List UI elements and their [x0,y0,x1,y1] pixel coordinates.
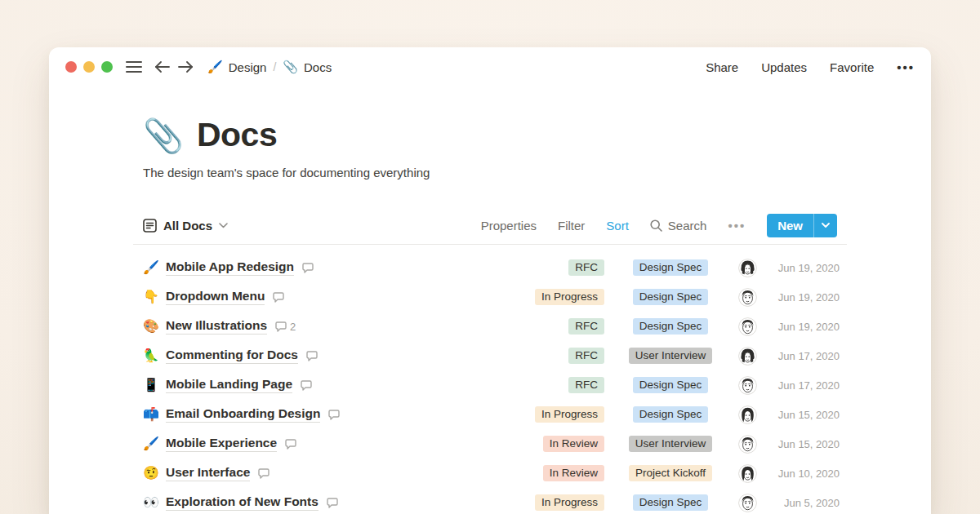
search-button[interactable]: Search [650,219,707,233]
doc-type-badge[interactable]: Design Spec [633,259,709,276]
row-date: Jun 19, 2020 [768,321,840,333]
doc-title-link[interactable]: Mobile App Redesign [166,259,294,276]
avatar[interactable] [738,435,757,454]
comment-count[interactable]: 2 [275,321,296,333]
comment-count[interactable] [273,292,287,303]
minimize-window-button[interactable] [83,61,95,73]
avatar[interactable] [738,376,757,395]
updates-button[interactable]: Updates [761,60,807,74]
toolbar-actions: Properties Filter Sort Search ••• New [481,214,837,237]
arrow-left-icon [155,61,170,73]
comment-count[interactable] [327,498,341,508]
close-window-button[interactable] [65,61,77,73]
sort-button[interactable]: Sort [606,219,629,233]
avatar[interactable] [738,464,757,483]
zoom-window-button[interactable] [101,61,113,73]
table-row[interactable]: 👇 Dropdown Menu In Progress Design Spec … [133,282,847,312]
table-row[interactable]: 📱 Mobile Landing Page RFC Design Spec Ju… [133,370,847,400]
table-row[interactable]: 🖌️ Mobile Experience In Review User Inte… [133,429,847,459]
doc-emoji-icon: 🤨 [143,467,166,480]
table-row[interactable]: 🎨 New Illustrations 2 RFC Design Spec Ju… [133,312,847,341]
properties-button[interactable]: Properties [481,219,537,233]
breadcrumb-label: Docs [304,60,332,74]
doc-title-link[interactable]: New Illustrations [166,318,267,335]
filter-button[interactable]: Filter [558,219,585,233]
view-switcher-all-docs[interactable]: All Docs [143,219,228,233]
row-date: Jun 10, 2020 [768,467,840,480]
avatar[interactable] [738,288,757,307]
table-row[interactable]: 📫 Email Onboarding Design In Progress De… [133,400,847,429]
avatar[interactable] [738,259,757,277]
comment-count[interactable] [328,410,343,420]
window-more-button[interactable]: ••• [897,60,915,74]
doc-title-link[interactable]: Mobile Experience [166,436,277,452]
status-badge[interactable]: In Progress [535,406,604,423]
new-button-dropdown[interactable] [813,214,837,237]
row-date: Jun 19, 2020 [768,262,840,274]
doc-emoji-icon: 📫 [143,408,166,421]
comment-bubble-icon [302,263,314,273]
toolbar-more-button[interactable]: ••• [728,219,746,233]
comment-count[interactable] [302,263,317,273]
doc-type-badge[interactable]: User Interview [629,436,712,452]
avatar[interactable] [738,494,757,512]
table-row[interactable]: 🖌️ Mobile App Redesign RFC Design Spec J… [133,253,847,282]
table-row[interactable]: 🦜 Commenting for Docs RFC User Interview… [133,341,847,370]
forward-button[interactable] [178,61,193,73]
doc-emoji-icon: 📱 [143,379,166,392]
doc-title-link[interactable]: User Interface [166,465,250,481]
comment-count[interactable] [301,380,315,391]
new-button[interactable]: New [767,214,837,237]
titlebar: 🖌️ Design / 📎 Docs Share Updates Favorit… [49,47,931,86]
status-badge[interactable]: RFC [568,318,604,335]
new-button-label[interactable]: New [767,214,813,237]
comment-bubble-icon [273,292,284,303]
doc-type-badge[interactable]: Design Spec [633,318,709,335]
doc-type-badge[interactable]: Project Kickoff [629,465,712,481]
breadcrumb-item-design[interactable]: 🖌️ Design [207,60,266,74]
status-badge[interactable]: RFC [568,259,604,276]
doc-type-badge[interactable]: Design Spec [633,494,709,511]
status-badge[interactable]: In Review [543,436,604,452]
page-icon-paperclip[interactable]: 📎 [143,119,184,152]
doc-type-badge[interactable]: User Interview [629,348,712,364]
doc-type-badge[interactable]: Design Spec [633,406,709,423]
doc-emoji-icon: 🎨 [143,320,166,333]
status-badge[interactable]: RFC [568,377,604,393]
row-date: Jun 19, 2020 [768,291,840,304]
status-badge[interactable]: RFC [568,348,604,364]
status-badge[interactable]: In Progress [535,494,604,511]
comment-bubble-icon [328,410,340,420]
avatar[interactable] [738,317,757,336]
doc-title-link[interactable]: Commenting for Docs [166,348,298,364]
comment-bubble-icon [258,468,270,479]
collection-toolbar: All Docs Properties Filter Sort Search •… [133,209,847,241]
back-button[interactable] [155,61,170,73]
comment-bubble-icon [301,380,312,391]
breadcrumb-separator: / [266,60,283,73]
comment-bubble-icon [285,439,296,450]
table-row[interactable]: 🤨 User Interface In Review Project Kicko… [133,459,847,488]
doc-title-link[interactable]: Mobile Landing Page [166,377,292,393]
table-row[interactable]: 👀 Exploration of New Fonts In Progress D… [133,488,847,514]
doc-title-link[interactable]: Email Onboarding Design [166,406,320,423]
doc-title-link[interactable]: Exploration of New Fonts [166,494,318,511]
comment-bubble-icon [327,498,338,508]
doc-emoji-icon: 🦜 [143,349,166,362]
doc-type-badge[interactable]: Design Spec [633,289,709,305]
doc-title-link[interactable]: Dropdown Menu [166,289,265,305]
doc-type-badge[interactable]: Design Spec [633,377,709,393]
breadcrumb-item-docs[interactable]: 📎 Docs [283,60,332,74]
status-badge[interactable]: In Progress [535,289,604,305]
favorite-button[interactable]: Favorite [830,60,874,74]
comment-count[interactable] [285,439,300,450]
share-button[interactable]: Share [706,60,738,74]
status-badge[interactable]: In Review [543,465,604,481]
comment-count[interactable] [258,468,273,479]
chevron-down-icon [219,223,228,228]
sidebar-menu-button[interactable] [126,61,142,73]
avatar[interactable] [738,405,757,424]
row-date: Jun 17, 2020 [768,350,840,362]
avatar[interactable] [738,347,757,366]
comment-count[interactable] [306,351,321,361]
